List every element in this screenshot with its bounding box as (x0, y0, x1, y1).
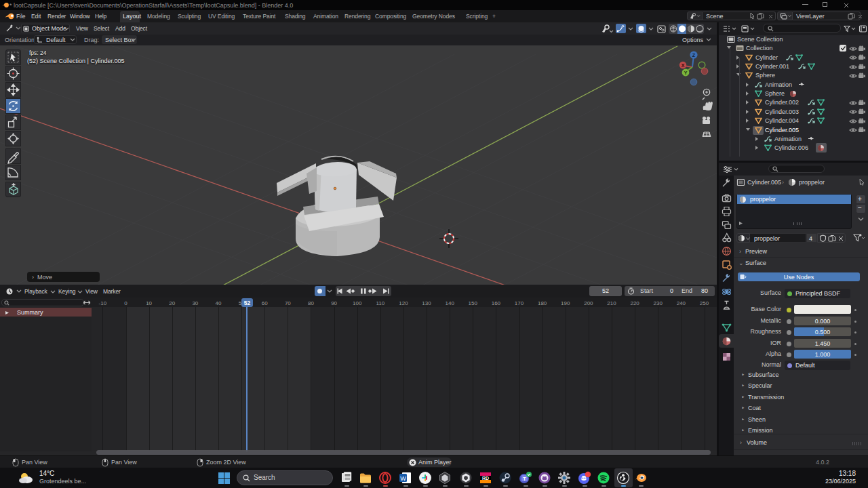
svg-text:W: W (400, 475, 406, 482)
svg-text:Y: Y (684, 70, 688, 75)
svg-text:RD: RD (482, 476, 489, 481)
svg-text:X: X (682, 63, 685, 68)
svg-text:T: T (523, 476, 526, 482)
svg-text:Z: Z (692, 53, 696, 58)
